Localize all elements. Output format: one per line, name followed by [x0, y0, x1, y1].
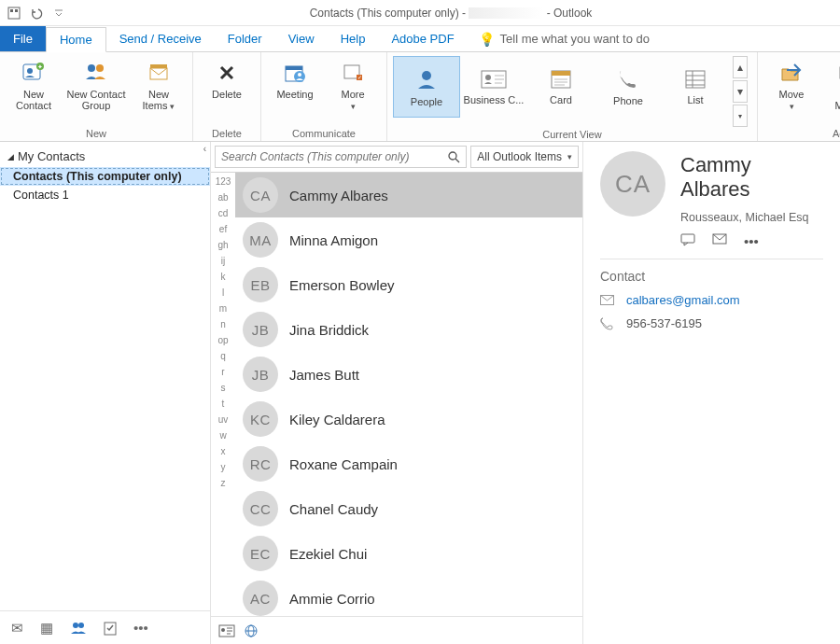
alpha-index-letter[interactable]: n [220, 319, 226, 329]
view-scroll-up[interactable]: ▴ [733, 56, 748, 78]
group-label-actions: Actions [833, 128, 840, 139]
more-button[interactable]: ✓ More▾ [325, 56, 381, 116]
svg-rect-12 [286, 66, 302, 70]
delete-button[interactable]: Delete [199, 56, 255, 104]
mail-merge-button[interactable]: Mail Merge [821, 56, 840, 115]
tell-me-search[interactable]: 💡 Tell me what you want to do [479, 32, 650, 47]
alpha-index-letter[interactable]: cd [218, 208, 229, 218]
avatar-small: EC [243, 536, 278, 571]
avatar-small: CA [243, 177, 278, 213]
alpha-index-letter[interactable]: gh [217, 240, 228, 250]
view-card-button[interactable]: Card [527, 56, 595, 118]
avatar-small: MA [243, 222, 278, 258]
alpha-index-letter[interactable]: x [221, 446, 226, 456]
contact-row[interactable]: JBJames Butt [235, 352, 582, 397]
people-icon [413, 66, 440, 92]
search-icon[interactable] [442, 151, 466, 163]
contact-row[interactable]: EBEmerson Bowley [235, 262, 582, 307]
card-view-icon[interactable] [218, 624, 235, 637]
nav-calendar-icon[interactable]: ▦ [40, 620, 53, 637]
collapse-folder-pane-icon[interactable]: ‹ [203, 144, 206, 154]
label: People [411, 96, 442, 107]
alpha-index-letter[interactable]: l [222, 287, 224, 298]
move-icon [778, 60, 805, 86]
folder-item[interactable]: Contacts 1 [0, 186, 210, 204]
alpha-index-letter[interactable]: ab [217, 192, 228, 203]
contact-row[interactable]: KCKiley Caldarera [235, 397, 582, 441]
view-phone-button[interactable]: Phone [595, 56, 662, 118]
alpha-index-letter[interactable]: r [221, 367, 224, 377]
caret-down-icon: ◢ [7, 152, 14, 161]
alpha-index-letter[interactable]: s [221, 383, 226, 393]
label: My Contacts [18, 149, 85, 163]
alpha-index-letter[interactable]: k [221, 272, 226, 282]
list-footer [211, 616, 582, 644]
ribbon-group-current-view: People Business C... Card Phone List ▴ ▾ [387, 52, 758, 141]
search-contacts-box[interactable] [215, 146, 467, 168]
globe-icon[interactable] [245, 624, 258, 637]
new-items-button[interactable]: New Items ▾ [131, 56, 187, 116]
view-scroll-down[interactable]: ▾ [733, 80, 748, 103]
contact-row-name: Minna Amigon [289, 232, 378, 248]
new-contact-button[interactable]: ✦ New Contact [6, 56, 62, 115]
tab-help[interactable]: Help [328, 26, 379, 51]
alpha-index-letter[interactable]: op [217, 335, 228, 345]
view-business-card-button[interactable]: Business C... [460, 56, 527, 118]
undo-icon[interactable] [28, 5, 45, 21]
qat-app-icon[interactable] [6, 5, 22, 21]
bulb-icon: 💡 [479, 32, 495, 47]
contact-header: CA Cammy Albares Rousseaux, Michael Esq … [600, 151, 823, 249]
label: More▾ [341, 89, 364, 112]
meeting-button[interactable]: Meeting [267, 56, 323, 104]
contact-row[interactable]: RCRoxane Campain [235, 441, 582, 486]
alpha-index-letter[interactable]: y [221, 462, 226, 472]
alpha-index-letter[interactable]: ij [221, 256, 225, 266]
new-contact-group-button[interactable]: New Contact Group [63, 56, 129, 115]
alpha-index-letter[interactable]: z [221, 478, 226, 488]
tell-me-label: Tell me what you want to do [500, 32, 650, 46]
contact-list[interactable]: CACammy AlbaresMAMinna AmigonEBEmerson B… [235, 173, 582, 616]
contact-name: Cammy Albares [680, 153, 823, 202]
nav-more-icon[interactable]: ••• [133, 620, 148, 636]
tab-file[interactable]: File [0, 26, 46, 51]
view-list-button[interactable]: List [662, 56, 729, 118]
tab-view[interactable]: View [275, 26, 328, 51]
move-button[interactable]: Move▾ [763, 56, 819, 116]
alpha-index-letter[interactable]: ef [219, 224, 227, 234]
alpha-index-letter[interactable]: 123 [216, 176, 231, 187]
svg-point-39 [73, 623, 78, 628]
alpha-index-letter[interactable]: m [219, 303, 227, 314]
label: New Items ▾ [143, 89, 175, 112]
contact-row[interactable]: CACammy Albares [235, 173, 582, 217]
contact-row[interactable]: ECEzekiel Chui [235, 531, 582, 576]
view-expand[interactable]: ▾ [733, 105, 748, 127]
nav-people-icon[interactable] [70, 622, 87, 635]
contact-email[interactable]: calbares@gmail.com [626, 293, 740, 307]
nav-mail-icon[interactable]: ✉ [11, 620, 23, 637]
more-actions-icon[interactable]: ••• [744, 233, 759, 249]
email-icon[interactable] [712, 233, 727, 249]
nav-tasks-icon[interactable] [104, 621, 117, 636]
contact-row[interactable]: CCChanel Caudy [235, 486, 582, 531]
qat-customize-icon[interactable] [50, 5, 67, 21]
search-scope-dropdown[interactable]: All Outlook Items ▾ [470, 146, 579, 168]
chat-icon[interactable] [680, 233, 695, 249]
alpha-index-letter[interactable]: w [219, 430, 226, 441]
tab-send-receive[interactable]: Send / Receive [106, 26, 215, 51]
avatar-small: JB [243, 312, 278, 347]
tab-adobe-pdf[interactable]: Adobe PDF [378, 26, 467, 51]
tab-home[interactable]: Home [46, 27, 106, 52]
search-input[interactable] [216, 150, 442, 163]
view-people-button[interactable]: People [393, 56, 460, 118]
my-contacts-header[interactable]: ◢ My Contacts [0, 142, 210, 167]
alpha-index-letter[interactable]: q [220, 351, 226, 361]
tab-folder[interactable]: Folder [215, 26, 275, 51]
more-icon: ✓ [340, 60, 366, 86]
contact-row[interactable]: MAMinna Amigon [235, 217, 582, 262]
folder-item[interactable]: Contacts (This computer only) [0, 167, 210, 186]
alpha-index-letter[interactable]: t [222, 399, 225, 409]
svg-point-19 [422, 71, 431, 80]
contact-row[interactable]: JBJina Briddick [235, 307, 582, 352]
contact-row[interactable]: ACAmmie Corrio [235, 576, 582, 616]
alpha-index-letter[interactable]: uv [218, 414, 229, 425]
